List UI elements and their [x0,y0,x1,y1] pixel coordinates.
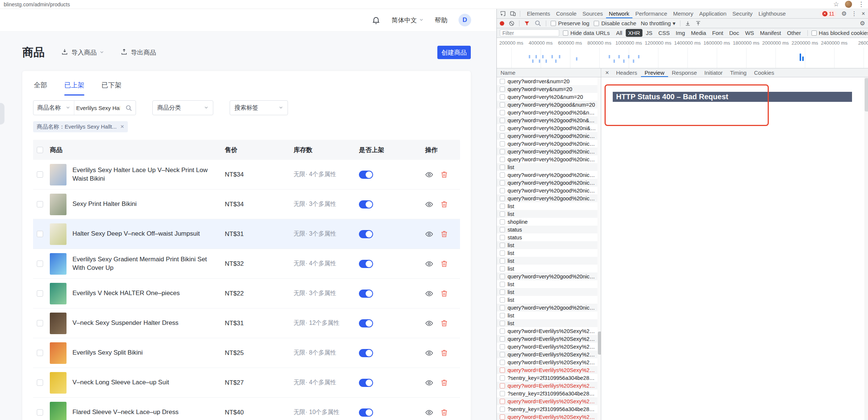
request-row[interactable]: query?word=very%20good%20nice%20dre... [497,187,601,194]
row-checkbox[interactable] [37,231,43,237]
tab-已上架[interactable]: 已上架 [64,81,84,96]
preview-scrollbar[interactable] [864,77,868,420]
request-row[interactable]: shopline [497,218,601,226]
request-row[interactable]: query?word=Everlilys%20Sexy%20Halter%2..… [497,382,601,390]
browser-menu-icon[interactable]: ⋮ [858,1,864,7]
request-row[interactable]: list [497,202,601,210]
product-row[interactable]: Everlilys V Neck HALTER One–piecesNT$22无… [33,279,460,308]
view-product-icon[interactable] [425,349,433,357]
view-product-icon[interactable] [425,379,433,387]
on-shelf-toggle[interactable] [359,200,373,209]
row-checkbox[interactable] [37,379,43,386]
console-error-badge[interactable]: ✕ 11 [820,10,837,17]
request-checkbox[interactable] [500,165,505,170]
row-checkbox[interactable] [37,261,43,267]
request-checkbox[interactable] [500,266,505,271]
disable-cache-checkbox[interactable]: Disable cache [594,20,636,26]
request-list-scrollbar[interactable] [597,77,601,420]
delete-product-icon[interactable] [440,230,448,238]
request-checkbox[interactable] [500,157,505,162]
request-checkbox[interactable] [500,313,505,318]
on-shelf-toggle[interactable] [359,319,373,327]
request-checkbox[interactable] [500,305,505,310]
export-har-icon[interactable] [695,20,701,26]
request-row[interactable]: ?sentry_key=2f3109956a304be285f100a0a7..… [497,405,601,413]
inspect-element-icon[interactable] [500,10,506,17]
request-row[interactable]: query?word=Everlilys%20Sexy%20Halter%2..… [497,343,601,350]
request-checkbox[interactable] [500,407,505,412]
record-network-log-icon[interactable] [500,21,504,26]
request-row[interactable]: query?word=very%20good%20n&num=20 [497,116,601,124]
request-row[interactable]: query?word=very%20&num=20 [497,93,601,101]
request-row[interactable]: list [497,163,601,171]
detail-tab-initiator[interactable]: Initiator [701,68,726,77]
request-row[interactable]: list [497,311,601,319]
product-row[interactable]: Halter Sexy Deep V–neck Off–waist Jumpsu… [33,219,460,249]
delete-product-icon[interactable] [440,349,448,357]
language-selector[interactable]: 简体中文 [392,16,424,25]
filter-type-manifest[interactable]: Manifest [757,29,784,37]
request-row[interactable]: query?word=very%20good%20nice&num=20 [497,132,601,140]
preserve-log-checkbox[interactable]: Preserve log [551,20,589,26]
help-link[interactable]: 帮助 [435,16,447,25]
request-row[interactable]: status [497,233,601,241]
filter-funnel-icon[interactable] [524,20,530,26]
row-checkbox[interactable] [37,171,43,178]
view-product-icon[interactable] [425,290,433,298]
devtools-menu-icon[interactable]: ⋮ [851,11,857,17]
notifications-bell-icon[interactable] [372,16,380,25]
clear-network-log-icon[interactable] [509,20,515,26]
request-row[interactable]: query?word=very%20good&num=20 [497,101,601,109]
devtools-tab-performance[interactable]: Performance [632,9,670,18]
devtools-tab-sources[interactable]: Sources [580,9,606,18]
request-row[interactable]: list [497,210,601,218]
request-row[interactable]: list [497,319,601,327]
request-row[interactable]: query?word=Everlilys%20Sexy%20Halter%2..… [497,358,601,366]
delete-product-icon[interactable] [440,379,448,387]
request-checkbox[interactable] [500,282,505,287]
filter-type-img[interactable]: Img [673,29,688,37]
tag-select[interactable]: 搜索标签 [230,100,288,115]
request-row[interactable]: query?word=very%20good%20nice%20drea... [497,272,601,280]
detail-tab-response[interactable]: Response [668,68,701,77]
request-row[interactable]: query?word=Everlilys%20Sexy%20Halter%2..… [497,413,601,420]
devtools-tab-security[interactable]: Security [729,9,755,18]
device-toolbar-icon[interactable] [510,10,516,17]
request-row[interactable]: query?word=Everlilys%20Sexy%20Halter%2..… [497,350,601,358]
request-row[interactable]: query?word=very%20good%20nice%20dre... [497,148,601,155]
request-checkbox[interactable] [500,274,505,279]
request-row[interactable]: query?word=Everlilys%20Sexy%20Halter%2..… [497,366,601,374]
request-checkbox[interactable] [500,204,505,209]
chip-close-icon[interactable]: × [120,123,124,130]
request-checkbox[interactable] [500,329,505,334]
request-row[interactable]: query?word=very&num=20 [497,85,601,93]
row-checkbox[interactable] [37,290,43,297]
sidebar-collapse-handle[interactable] [0,103,4,125]
on-shelf-toggle[interactable] [359,290,373,298]
devtools-tab-elements[interactable]: Elements [524,9,553,18]
request-checkbox[interactable] [500,141,505,146]
product-row[interactable]: Sexy Print Halter BikiniNT$34无限· 3个多属性 [33,190,460,219]
request-row[interactable]: query?word=very%20good%20nice%20&nu... [497,179,601,187]
bookmark-star-icon[interactable]: ☆ [833,1,839,7]
request-checkbox[interactable] [500,352,505,357]
product-row[interactable]: Everlilys Sexy Split BikiniNT$25无限· 8个多属… [33,338,460,368]
browser-profile-avatar[interactable] [845,1,852,8]
detail-tab-headers[interactable]: Headers [612,68,641,77]
on-shelf-toggle[interactable] [359,260,373,268]
request-row[interactable]: list [497,241,601,249]
request-checkbox[interactable] [500,414,505,420]
request-checkbox[interactable] [500,297,505,303]
request-row[interactable]: status [497,226,601,233]
product-row[interactable]: V–neck Long Sleeve Lace–up SuitNT$27无限· … [33,368,460,398]
product-row[interactable]: Flared Sleeve V–neck Lace–up DressNT$40无… [33,398,460,420]
product-name-search-input[interactable] [74,101,122,115]
request-row[interactable]: query?word=very%20good%20nice%20drea... [497,194,601,202]
filter-type-xhr[interactable]: XHR [626,29,643,37]
import-products-button[interactable]: 导入商品 [61,48,104,57]
request-row[interactable]: query?word=Everlilys%20Sexy%20Hal1ter%..… [497,397,601,405]
row-checkbox[interactable] [37,201,43,207]
request-row[interactable]: list [497,296,601,304]
filter-type-font[interactable]: Font [709,29,726,37]
request-row[interactable]: ?sentry_key=2f3109956a304be285f100a0a7..… [497,374,601,382]
